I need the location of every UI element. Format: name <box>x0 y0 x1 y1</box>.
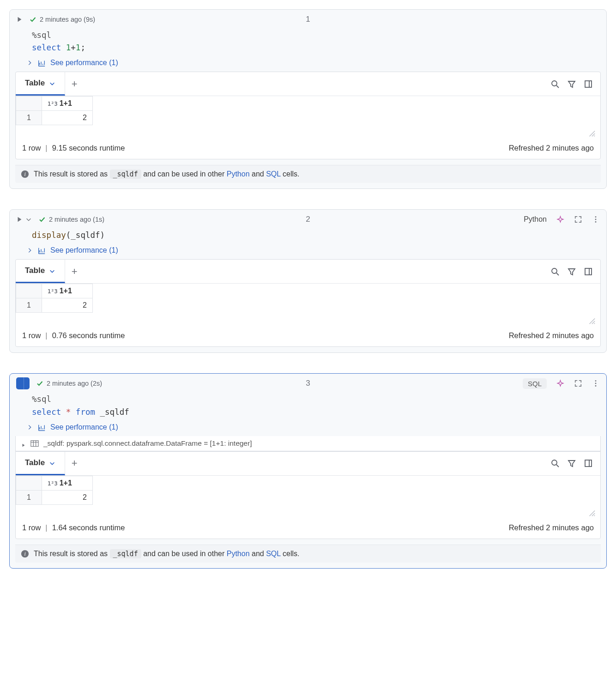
filter-icon[interactable] <box>567 267 576 276</box>
svg-rect-1 <box>585 81 592 87</box>
result-table: 1²31+1 1 2 <box>16 476 93 505</box>
search-icon[interactable] <box>550 79 560 89</box>
svg-point-7 <box>595 221 597 223</box>
language-label[interactable]: Python <box>524 215 547 224</box>
python-link[interactable]: Python <box>227 550 250 558</box>
output-status-row: 1 row | 0.76 seconds runtime Refreshed 2… <box>16 327 600 346</box>
chevron-down-icon <box>49 267 55 274</box>
table-row[interactable]: 1 2 <box>16 111 93 125</box>
output-tab-bar: Table + <box>16 72 600 96</box>
row-index: 1 <box>16 298 42 313</box>
run-cell-button[interactable] <box>16 377 30 389</box>
runtime-text: 1.64 seconds runtime <box>52 523 125 532</box>
success-check-icon <box>29 16 36 23</box>
run-menu-dropdown[interactable] <box>25 216 32 223</box>
info-var: _sqldf <box>110 170 141 179</box>
see-performance-link[interactable]: See performance (1) <box>50 423 118 431</box>
result-table: 1²31+1 1 2 <box>16 96 93 125</box>
panel-icon[interactable] <box>584 79 593 89</box>
svg-text:i: i <box>24 551 25 557</box>
output-panel: Table + 1²31+1 1 2 1 row | 1.64 s <box>15 451 601 539</box>
panel-icon[interactable] <box>584 267 593 276</box>
filter-icon[interactable] <box>567 459 576 468</box>
row-count: 1 row <box>22 331 41 340</box>
sql-link[interactable]: SQL <box>266 550 280 558</box>
expand-icon[interactable] <box>574 379 582 388</box>
table-tab-label: Table <box>25 458 45 467</box>
performance-link-row[interactable]: See performance (1) <box>10 58 606 72</box>
assistant-sparkle-icon[interactable] <box>556 379 565 388</box>
cell-value: 2 <box>42 298 93 313</box>
notebook-cell: 2 minutes ago (1s)2Pythondisplay(_sqldf)… <box>9 209 607 353</box>
expand-triangle-icon <box>21 441 26 446</box>
resize-handle[interactable] <box>16 315 600 327</box>
resize-handle[interactable] <box>16 507 600 519</box>
expand-icon[interactable] <box>574 215 582 224</box>
refreshed-text: Refreshed 2 minutes ago <box>509 523 594 532</box>
code-editor[interactable]: %sqlselect 1+1; <box>10 27 606 58</box>
column-header[interactable]: 1²31+1 <box>42 97 93 111</box>
table-tab[interactable]: Table <box>16 72 65 96</box>
chevron-down-icon <box>49 460 55 466</box>
chevron-right-icon <box>26 247 33 254</box>
see-performance-link[interactable]: See performance (1) <box>50 59 118 67</box>
svg-point-5 <box>595 216 597 218</box>
filter-icon[interactable] <box>567 79 576 89</box>
table-tab[interactable]: Table <box>16 260 65 283</box>
cell-number: 3 <box>306 379 310 388</box>
language-badge[interactable]: SQL <box>523 378 547 389</box>
add-tab-button[interactable]: + <box>65 457 84 469</box>
table-tab[interactable]: Table <box>16 452 65 475</box>
cell-number: 1 <box>306 15 310 24</box>
run-cell-button[interactable] <box>16 16 23 23</box>
search-icon[interactable] <box>550 459 560 468</box>
add-tab-button[interactable]: + <box>65 78 84 90</box>
cell-timestamp: 2 minutes ago (1s) <box>49 216 104 223</box>
cell-value: 2 <box>42 490 93 504</box>
cell-header: 2 minutes ago (9s)1 <box>10 10 606 27</box>
table-row[interactable]: 1 2 <box>16 490 93 504</box>
svg-point-8 <box>552 268 557 273</box>
more-menu-icon[interactable] <box>592 215 600 224</box>
assistant-sparkle-icon[interactable] <box>556 215 565 224</box>
output-status-row: 1 row | 1.64 seconds runtime Refreshed 2… <box>16 519 600 539</box>
performance-link-row[interactable]: See performance (1) <box>10 245 606 259</box>
more-menu-icon[interactable] <box>592 379 600 388</box>
refreshed-text: Refreshed 2 minutes ago <box>509 331 594 340</box>
success-check-icon <box>36 380 43 387</box>
python-link[interactable]: Python <box>227 170 250 178</box>
info-var: _sqldf <box>110 549 141 558</box>
svg-rect-14 <box>31 441 38 447</box>
column-header[interactable]: 1²31+1 <box>42 476 93 490</box>
table-icon <box>30 440 39 447</box>
cell-number: 2 <box>306 215 310 224</box>
schema-row[interactable]: _sqldf: pyspark.sql.connect.dataframe.Da… <box>15 436 601 451</box>
output-panel: Table + 1²31+1 1 2 1 row | 0.76 s <box>15 259 601 347</box>
svg-point-11 <box>595 381 597 382</box>
row-header-blank <box>16 476 42 490</box>
run-menu-dropdown[interactable] <box>24 377 30 389</box>
output-panel: Table + 1²31+1 1 2 1 row | 9.15 s <box>15 72 601 159</box>
cell-timestamp: 2 minutes ago (2s) <box>47 380 102 387</box>
schema-text: _sqldf: pyspark.sql.connect.dataframe.Da… <box>43 439 252 448</box>
bar-chart-icon <box>37 59 46 67</box>
run-cell-button[interactable] <box>16 216 23 223</box>
performance-link-row[interactable]: See performance (1) <box>10 422 606 436</box>
code-editor[interactable]: %sqlselect * from _sqldf <box>10 391 606 422</box>
column-header[interactable]: 1²31+1 <box>42 284 93 298</box>
row-header-blank <box>16 284 42 298</box>
play-icon <box>16 380 24 387</box>
success-check-icon <box>38 216 46 223</box>
output-status-row: 1 row | 9.15 seconds runtime Refreshed 2… <box>16 139 600 159</box>
resize-handle[interactable] <box>16 127 600 139</box>
svg-rect-19 <box>585 460 592 467</box>
row-header-blank <box>16 97 42 111</box>
search-icon[interactable] <box>550 267 560 276</box>
svg-rect-9 <box>585 268 592 275</box>
add-tab-button[interactable]: + <box>65 266 84 278</box>
sql-link[interactable]: SQL <box>266 170 280 178</box>
panel-icon[interactable] <box>584 459 593 468</box>
code-editor[interactable]: display(_sqldf) <box>10 227 606 245</box>
table-row[interactable]: 1 2 <box>16 298 93 313</box>
see-performance-link[interactable]: See performance (1) <box>50 246 118 255</box>
